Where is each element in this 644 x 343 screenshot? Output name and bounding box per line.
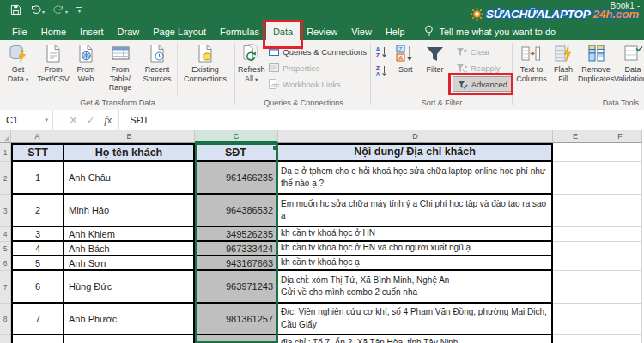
cell-stt[interactable]: 7 xyxy=(11,304,64,335)
cell-phone[interactable] xyxy=(195,335,278,343)
cell-f[interactable] xyxy=(598,162,642,195)
header-cell-phone[interactable]: SĐT xyxy=(195,143,278,162)
row-header-2[interactable]: 2 xyxy=(0,162,11,195)
cell-note[interactable]: kh cần tv khoá học ở HN và cho người xuấ… xyxy=(278,242,553,256)
cell-stt[interactable]: 3 xyxy=(11,227,64,242)
cell-phone[interactable]: 963971243 xyxy=(195,271,278,304)
undo-button[interactable]: ▾ xyxy=(30,5,45,15)
cell-phone[interactable]: 961466235 xyxy=(195,162,278,195)
cell-name[interactable]: Hùng Đức xyxy=(64,271,195,304)
queries-connections-button[interactable]: Queries & Connections xyxy=(265,44,370,59)
column-header-c[interactable]: C xyxy=(195,130,278,143)
tab-help[interactable]: Help xyxy=(379,22,412,40)
cell-e[interactable] xyxy=(553,162,598,195)
cell-f[interactable] xyxy=(598,304,642,335)
recent-sources-button[interactable]: Recent Sources xyxy=(140,43,174,83)
cell-phone[interactable]: 349526235 xyxy=(195,227,278,242)
save-button[interactable] xyxy=(10,4,21,15)
cell-e[interactable] xyxy=(553,256,598,271)
cell-stt[interactable]: 5 xyxy=(11,256,64,271)
tab-page-layout[interactable]: Page Layout xyxy=(146,22,213,40)
properties-button[interactable]: Properties xyxy=(265,60,370,75)
select-all-corner[interactable] xyxy=(0,130,11,143)
sort-button[interactable]: ZA Sort xyxy=(392,43,419,75)
cell-stt[interactable]: 2 xyxy=(11,195,64,227)
cell-note[interactable]: Đ/c: Viện nghiên cứu cơ khí, số 4 Phạm V… xyxy=(278,304,553,335)
existing-connections-button[interactable]: Existing Connections xyxy=(180,43,230,83)
row-header-9[interactable] xyxy=(0,335,11,343)
sort-ascending-button[interactable]: AZ xyxy=(374,45,389,62)
cancel-icon[interactable]: ✕ xyxy=(70,115,77,126)
from-web-button[interactable]: From Web xyxy=(71,43,100,83)
cell-name[interactable] xyxy=(64,335,195,343)
cell-e[interactable] xyxy=(553,335,598,343)
cell-f[interactable] xyxy=(598,271,642,304)
remove-duplicates-button[interactable]: Remove Duplicates xyxy=(577,43,615,83)
customize-quick-access-button[interactable]: ▾ xyxy=(76,7,82,14)
row-header-7[interactable]: 7 xyxy=(0,271,11,304)
cell-e[interactable] xyxy=(553,242,598,256)
formula-input[interactable]: SĐT xyxy=(118,110,644,130)
text-to-columns-button[interactable]: Text to Columns xyxy=(513,43,550,83)
from-text-csv-button[interactable]: From Text/CSV xyxy=(35,43,71,83)
cell-name[interactable]: Anh Châu xyxy=(64,162,195,195)
tab-insert[interactable]: Insert xyxy=(73,22,111,40)
cell-phone[interactable]: 964386532 xyxy=(195,195,278,227)
cell-phone[interactable]: 943167663 xyxy=(195,256,278,271)
cell-note[interactable]: địa chỉ : Tổ 7, Ấp 2, Xã Tân Hòa, tỉnh T… xyxy=(278,335,553,343)
cell-f[interactable] xyxy=(598,195,642,227)
row-header-1[interactable]: 1 xyxy=(0,143,11,162)
cell-note[interactable]: Em muốn hc sửa chữa máy tính ý ạ Chi phí… xyxy=(278,195,553,227)
cell-e[interactable] xyxy=(553,195,598,227)
tab-file[interactable]: File xyxy=(5,22,34,40)
cell-note[interactable]: Dạ e ở tphcm cho e hỏi khoá học sửa chữa… xyxy=(278,162,553,195)
cell-note[interactable]: kh cần tv khoá học ở HN xyxy=(278,227,553,242)
row-header-6[interactable]: 6 xyxy=(0,256,11,271)
column-header-b[interactable]: B xyxy=(64,130,195,143)
header-cell-stt[interactable]: STT xyxy=(11,143,64,162)
row-header-5[interactable]: 5 xyxy=(0,242,11,256)
workbook-links-button[interactable]: Workbook Links xyxy=(265,76,370,92)
refresh-all-button[interactable]: Refresh All▾ xyxy=(237,43,265,83)
column-header-f[interactable]: F xyxy=(598,130,642,143)
enter-icon[interactable]: ✓ xyxy=(87,115,94,126)
column-header-a[interactable]: A xyxy=(11,130,64,143)
cell-e[interactable] xyxy=(553,227,598,242)
sort-descending-button[interactable]: ZA xyxy=(374,64,389,81)
cell-name[interactable]: Anh Bách xyxy=(64,242,195,256)
row-header-3[interactable]: 3 xyxy=(0,195,11,227)
cell-f[interactable] xyxy=(598,227,642,242)
cell-note[interactable]: kh cần tv khoá học ạ xyxy=(278,256,553,271)
cell-name[interactable]: Minh Hảo xyxy=(64,195,195,227)
cell-e[interactable] xyxy=(553,304,598,335)
column-header-d[interactable]: D xyxy=(278,130,553,143)
cell-f[interactable] xyxy=(598,242,642,256)
tab-formulas[interactable]: Formulas xyxy=(213,22,266,40)
from-table-range-button[interactable]: From Table/ Range xyxy=(100,43,140,93)
cell-stt[interactable]: 4 xyxy=(11,242,64,256)
cell-e[interactable] xyxy=(553,271,598,304)
flash-fill-button[interactable]: Flash Fill xyxy=(550,43,577,83)
cell-phone[interactable]: 981361257 xyxy=(195,304,278,335)
cell-f[interactable] xyxy=(598,143,642,162)
insert-function-icon[interactable]: fx xyxy=(104,113,112,127)
filter-button[interactable]: Filter xyxy=(419,43,450,75)
cell-name[interactable]: Anh Khiem xyxy=(64,227,195,242)
cell-name[interactable]: Anh Phước xyxy=(64,304,195,335)
data-validation-button[interactable]: Data Validation▾ xyxy=(615,43,644,83)
row-header-4[interactable]: 4 xyxy=(0,227,11,242)
cell-note[interactable]: Địa chỉ: xóm Thị Tứ, Xã Bình Minh, Nghệ … xyxy=(278,271,553,304)
redo-button[interactable]: ▾ xyxy=(53,5,68,15)
clear-filter-button[interactable]: Clear xyxy=(453,44,512,59)
tab-data[interactable]: Data xyxy=(266,22,300,40)
tell-me-box[interactable]: Tell me what you want to do xyxy=(424,22,556,40)
advanced-filter-button[interactable]: Advanced xyxy=(453,76,512,92)
cell-stt[interactable]: 1 xyxy=(11,162,64,195)
row-header-8[interactable]: 8 xyxy=(0,304,11,335)
column-header-e[interactable]: E xyxy=(553,130,598,143)
name-box[interactable]: C1 ▾ xyxy=(0,110,53,130)
cell-stt[interactable] xyxy=(11,335,64,343)
header-cell-name[interactable]: Họ tên khách xyxy=(64,143,195,162)
cell-stt[interactable]: 6 xyxy=(11,271,64,304)
cell-f[interactable] xyxy=(598,335,642,343)
